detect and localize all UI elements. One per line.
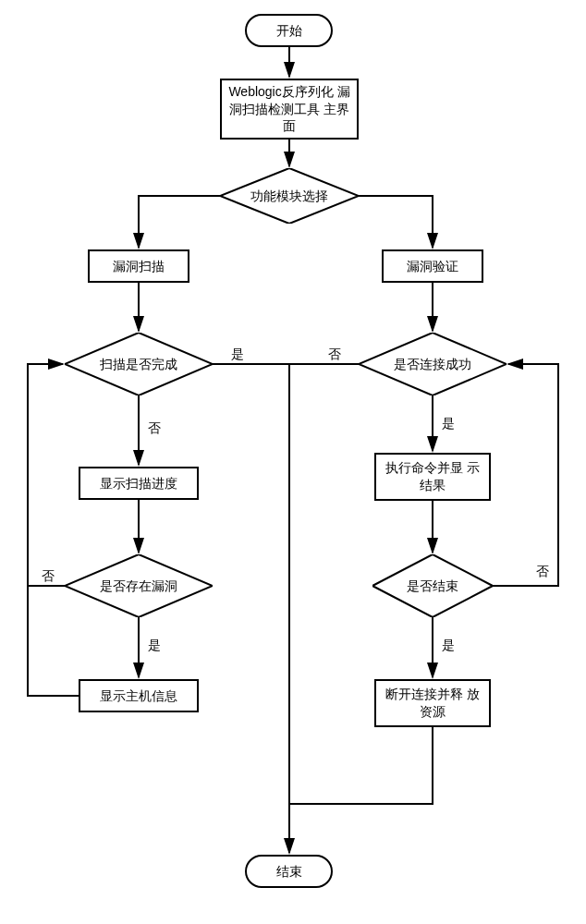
label-end-q-no: 否 — [536, 564, 549, 580]
decision-module-select: 功能模块选择 — [220, 168, 359, 224]
label-has-vuln-yes: 是 — [148, 638, 161, 654]
decision-has-vuln-label: 是否存在漏洞 — [96, 578, 181, 594]
decision-scan-done-label: 扫描是否完成 — [96, 357, 181, 372]
decision-module-select-label: 功能模块选择 — [247, 188, 332, 204]
exec-cmd-box: 执行命令并显 示结果 — [374, 453, 491, 501]
flowchart-canvas: 开始 Weblogic反序列化 漏洞扫描检测工具 主界面 功能模块选择 漏洞扫描… — [9, 9, 577, 915]
label-scan-done-yes: 是 — [231, 346, 244, 363]
label-conn-ok-yes: 是 — [442, 416, 455, 432]
end-terminator: 结束 — [245, 855, 333, 888]
flowchart-arrows — [9, 9, 577, 915]
decision-has-vuln: 是否存在漏洞 — [65, 554, 213, 617]
disconnect-box: 断开连接并释 放资源 — [374, 679, 491, 727]
decision-end-q-label: 是否结束 — [403, 578, 462, 594]
decision-connect-ok: 是否连接成功 — [359, 333, 507, 395]
label-end-q-yes: 是 — [442, 638, 455, 654]
show-host-box: 显示主机信息 — [79, 679, 199, 712]
label-has-vuln-no: 否 — [42, 568, 55, 585]
label-conn-ok-no: 否 — [328, 346, 341, 363]
vuln-scan-box: 漏洞扫描 — [88, 249, 189, 283]
decision-connect-ok-label: 是否连接成功 — [390, 357, 475, 372]
vuln-verify-box: 漏洞验证 — [382, 249, 483, 283]
decision-scan-done: 扫描是否完成 — [65, 333, 213, 395]
decision-end-q: 是否结束 — [372, 554, 493, 617]
show-progress-box: 显示扫描进度 — [79, 467, 199, 500]
label-scan-done-no: 否 — [148, 420, 161, 437]
main-ui-box: Weblogic反序列化 漏洞扫描检测工具 主界面 — [220, 79, 359, 140]
start-terminator: 开始 — [245, 14, 333, 47]
